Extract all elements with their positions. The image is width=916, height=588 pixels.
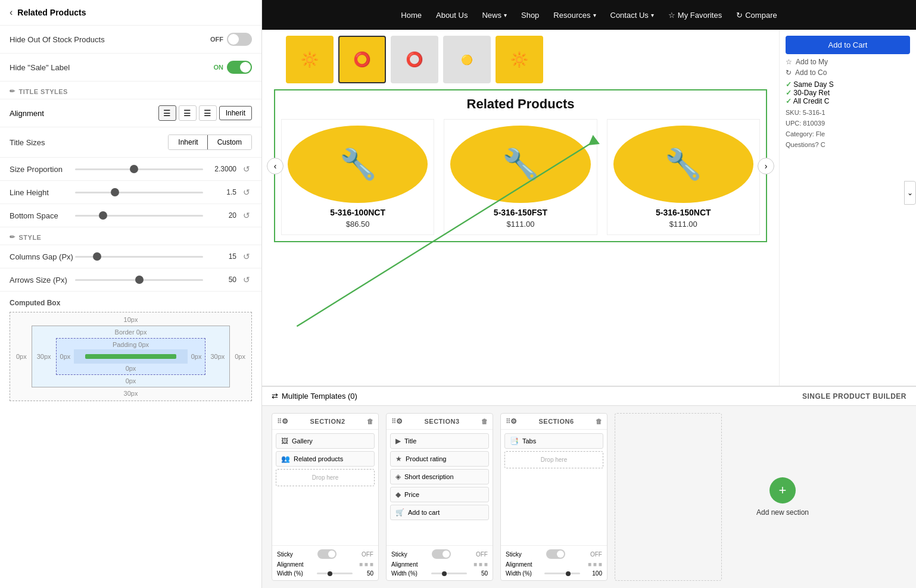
title-sizes-custom-btn[interactable]: Custom: [207, 135, 252, 150]
align-right-icon-3[interactable]: ≡: [484, 561, 488, 568]
nav-shop[interactable]: Shop: [521, 11, 539, 20]
align-right-icon-6[interactable]: ≡: [599, 561, 602, 568]
width-thumb-3: [442, 571, 447, 576]
product-card-3[interactable]: 🔧 5-316-150NCT $111.00: [607, 119, 760, 235]
title-sizes-inherit-btn[interactable]: Inherit: [169, 135, 207, 149]
thumbnail-5[interactable]: 🔆: [496, 36, 543, 83]
hide-stock-toggle[interactable]: OFF: [210, 33, 252, 46]
product-card-1[interactable]: 🔧 5-316-100NCT $86.50: [281, 119, 434, 235]
bottom-space-reset[interactable]: ↺: [241, 210, 252, 221]
width-slider-2[interactable]: [317, 573, 353, 574]
rating-widget[interactable]: ★ Product rating: [390, 451, 489, 467]
padding-row: 0px 0px: [59, 349, 203, 364]
delete-section2[interactable]: 🗑: [367, 418, 373, 425]
tabs-label: Tabs: [522, 437, 536, 445]
price-widget[interactable]: ◆ Price: [390, 487, 489, 502]
width-slider-6[interactable]: [544, 573, 580, 574]
add-to-co-link[interactable]: ↻ Add to Co: [786, 68, 910, 77]
size-proportion-reset[interactable]: ↺: [241, 164, 252, 174]
addtocart-widget[interactable]: 🛒 Add to cart: [390, 505, 489, 520]
gear-icon-3[interactable]: ⚙: [396, 417, 403, 426]
related-products-widget[interactable]: 👥 Related products: [276, 451, 375, 467]
section-card-empty: [615, 413, 722, 581]
columns-gap-reset[interactable]: ↺: [241, 251, 252, 262]
compare-icon-2: ↻: [786, 68, 792, 77]
align-right-icon-2[interactable]: ≡: [370, 561, 373, 568]
carousel-arrow-left[interactable]: ‹: [267, 158, 283, 174]
add-to-my-link[interactable]: ☆ Add to My: [786, 58, 910, 66]
line-height-row: Line Height 1.5 ↺: [0, 181, 261, 204]
align-center-icon-3[interactable]: ≡: [479, 561, 482, 568]
hide-sale-toggle[interactable]: ON: [214, 61, 253, 74]
size-proportion-slider[interactable]: [75, 168, 203, 170]
align-inherit-button[interactable]: Inherit: [219, 106, 252, 120]
drag-icon-2[interactable]: ⠿: [277, 418, 282, 426]
panel-title: Related Products: [17, 8, 86, 17]
nav-resources[interactable]: Resources ▾: [553, 11, 596, 20]
nav-news[interactable]: News ▾: [482, 11, 507, 20]
drag-icon-3[interactable]: ⠿: [391, 418, 396, 426]
thumbnail-1[interactable]: 🔆: [286, 36, 334, 83]
padding-bottom-label: 0px: [59, 365, 203, 372]
hide-stock-toggle-label: OFF: [210, 36, 223, 43]
collapse-button[interactable]: ⌄: [904, 181, 916, 205]
width-slider-3[interactable]: [431, 573, 467, 574]
align-right-button[interactable]: ☰: [199, 105, 217, 121]
arrows-size-slider[interactable]: [75, 279, 203, 281]
columns-gap-slider[interactable]: [75, 256, 203, 258]
align-left-icon-2[interactable]: ≡: [359, 561, 363, 568]
tabs-widget[interactable]: 📑 Tabs: [504, 433, 603, 449]
nav-compare[interactable]: ↻ Compare: [736, 11, 777, 20]
nav-about[interactable]: About Us: [436, 11, 468, 20]
panel-header: ‹ Related Products: [0, 0, 261, 26]
thumbnail-3[interactable]: ⭕: [391, 36, 438, 83]
size-proportion-value: 2.3000: [208, 165, 236, 173]
hide-sale-track[interactable]: [227, 61, 252, 74]
sticky-toggle-3[interactable]: [432, 549, 451, 559]
align-left-button[interactable]: ☰: [158, 105, 176, 121]
line-height-reset[interactable]: ↺: [241, 187, 252, 198]
nav-favorites[interactable]: ☆ My Favorites: [668, 11, 722, 20]
align-left-icon-3[interactable]: ≡: [473, 561, 477, 568]
sticky-row-3: Sticky OFF: [391, 549, 488, 559]
back-button[interactable]: ‹: [10, 7, 13, 18]
nav-contact[interactable]: Contact Us ▾: [610, 11, 654, 20]
left-panel: ‹ Related Products Hide Out Of Stock Pro…: [0, 0, 262, 588]
shortdesc-widget[interactable]: ◈ Short description: [390, 469, 489, 484]
line-height-slider[interactable]: [75, 192, 203, 193]
delete-section3[interactable]: 🗑: [481, 418, 488, 425]
bottom-space-slider[interactable]: [75, 215, 203, 217]
carousel-arrow-right[interactable]: ›: [758, 158, 774, 174]
section6-drop-zone[interactable]: Drop here: [504, 451, 603, 468]
sticky-toggle-2[interactable]: [317, 549, 337, 559]
align-center-icon-6[interactable]: ≡: [593, 561, 597, 568]
border-left-label: 30px: [35, 338, 54, 375]
align-center-icon-2[interactable]: ≡: [364, 561, 368, 568]
thumbnail-2[interactable]: ⭕: [338, 36, 386, 83]
thumbnail-strip: 🔆 ⭕ ⭕ 🟡 🔆: [274, 36, 767, 83]
template-label: Multiple Templates (0): [282, 392, 357, 401]
margin-bottom-label: 30px: [14, 390, 248, 397]
product-card-2[interactable]: 🔧 5-316-150FST $111.00: [444, 119, 597, 235]
gear-icon-2[interactable]: ⚙: [282, 417, 288, 426]
title-widget[interactable]: ▶ Title: [390, 433, 489, 449]
drag-icon-6[interactable]: ⠿: [506, 418, 510, 426]
sticky-toggle-6[interactable]: [546, 549, 565, 559]
align-left-icon-6[interactable]: ≡: [588, 561, 591, 568]
add-section-card[interactable]: + Add new section: [729, 413, 836, 581]
align-center-button[interactable]: ☰: [179, 105, 197, 121]
add-to-cart-button[interactable]: Add to Cart: [786, 36, 910, 54]
arrows-size-reset[interactable]: ↺: [241, 274, 252, 285]
gallery-icon: 🖼: [281, 437, 288, 445]
margin-top-label: 10px: [14, 316, 248, 323]
gear-icon-6[interactable]: ⚙: [510, 417, 517, 426]
line-height-value: 1.5: [208, 188, 236, 196]
category-line: Category: Fle: [786, 130, 910, 137]
delete-section6[interactable]: 🗑: [596, 418, 602, 425]
section2-drop-zone[interactable]: Drop here: [276, 469, 375, 486]
nav-home[interactable]: Home: [401, 11, 422, 20]
thumbnail-4[interactable]: 🟡: [443, 36, 491, 83]
gallery-widget[interactable]: 🖼 Gallery: [276, 433, 375, 449]
shortdesc-label: Short description: [404, 473, 454, 480]
hide-stock-track[interactable]: [227, 33, 252, 46]
